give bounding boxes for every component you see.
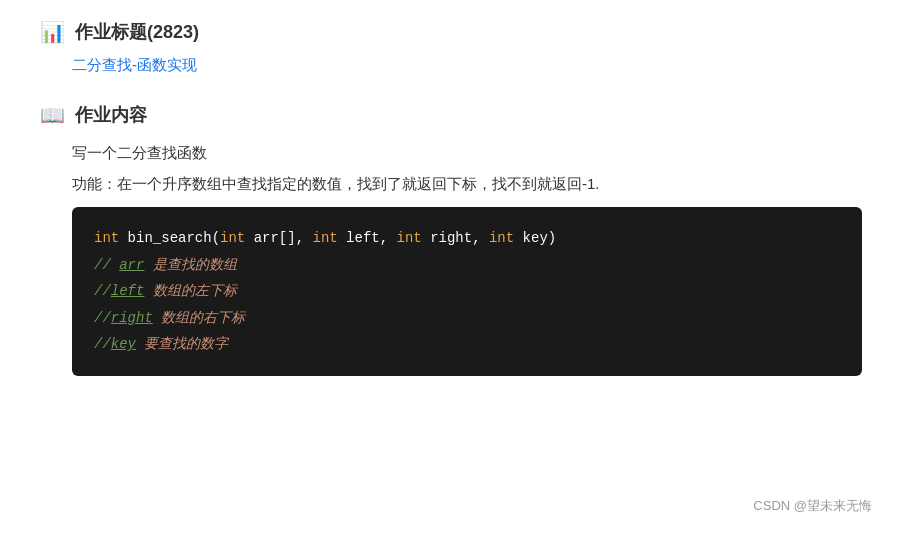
code-line-2: // arr 是查找的数组 [94, 252, 840, 279]
comment-right: //right [94, 310, 161, 326]
chart-icon: 📊 [40, 20, 65, 44]
keyword-int-4: int [397, 230, 422, 246]
keyword-int-2: int [220, 230, 245, 246]
code-block: int bin_search(int arr[], int left, int … [72, 207, 862, 376]
homework-content-section: 📖 作业内容 写一个二分查找函数 功能：在一个升序数组中查找指定的数值，找到了就… [40, 103, 862, 376]
comment-key: //key [94, 336, 144, 352]
code-line-1: int bin_search(int arr[], int left, int … [94, 225, 840, 252]
function-signature: bin_search( [119, 230, 220, 246]
section2-title: 作业内容 [75, 103, 147, 127]
keyword-int-1: int [94, 230, 119, 246]
section2-header: 📖 作业内容 [40, 103, 862, 127]
homework-link[interactable]: 二分查找-函数实现 [72, 56, 197, 73]
footer: CSDN @望未来无悔 [753, 497, 872, 515]
code-line-3: //left 数组的左下标 [94, 278, 840, 305]
comment-right-desc: 数组的右下标 [161, 310, 245, 326]
param-arr: arr[], [245, 230, 312, 246]
desc-line2: 功能：在一个升序数组中查找指定的数值，找到了就返回下标，找不到就返回-1. [72, 170, 862, 197]
homework-title-section: 📊 作业标题(2823) 二分查找-函数实现 [40, 20, 862, 75]
section1-title: 作业标题(2823) [75, 20, 199, 44]
comment-arr: // arr [94, 257, 153, 273]
footer-text: CSDN @望未来无悔 [753, 498, 872, 513]
keyword-int-5: int [489, 230, 514, 246]
param-left: left, [338, 230, 397, 246]
param-right: right, [422, 230, 489, 246]
keyword-int-3: int [312, 230, 337, 246]
desc-line1: 写一个二分查找函数 [72, 139, 862, 166]
comment-left: //left [94, 283, 153, 299]
param-key: key) [514, 230, 556, 246]
comment-key-desc: 要查找的数字 [144, 336, 228, 352]
code-line-5: //key 要查找的数字 [94, 331, 840, 358]
book-icon: 📖 [40, 103, 65, 127]
comment-left-desc: 数组的左下标 [153, 283, 237, 299]
section1-header: 📊 作业标题(2823) [40, 20, 862, 44]
code-line-4: //right 数组的右下标 [94, 305, 840, 332]
comment-arr-desc: 是查找的数组 [153, 257, 237, 273]
